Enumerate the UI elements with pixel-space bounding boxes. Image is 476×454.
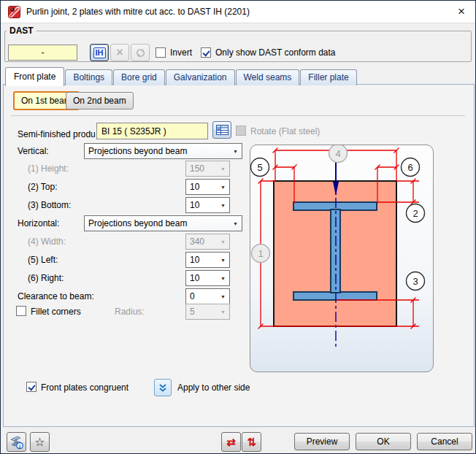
apply-to-other-side-label: Apply to other side (177, 382, 250, 393)
preview-diagram-panel: 4 5 6 1 2 (250, 145, 434, 372)
vertical-label: Vertical: (18, 146, 49, 156)
fillet-corners-label: Fillet corners (31, 307, 81, 317)
callout-4-disabled: 4 (329, 145, 348, 163)
bottom-combo[interactable]: 10 ▼ (185, 197, 230, 213)
front-plate-diagram: 4 5 6 1 2 (250, 145, 434, 372)
svg-text:3: 3 (412, 276, 418, 287)
horizontal-label: Horizontal: (18, 218, 59, 228)
width-combo[interactable]: 340 ▼ (185, 234, 230, 250)
dropdown-arrow-icon: ▼ (217, 309, 229, 315)
dropdown-arrow-icon: ▼ (217, 294, 229, 299)
favorites-button[interactable]: ☆ (30, 432, 50, 452)
dropdown-arrow-icon: ▼ (217, 258, 229, 263)
clearance-label: Clearance to beam: (18, 291, 94, 301)
svg-text:1: 1 (258, 248, 263, 259)
radius-label: Radius: (115, 307, 145, 317)
callout-2: 2 (407, 204, 425, 223)
profile-select-button[interactable]: IH (90, 44, 109, 61)
refresh-icon (135, 47, 146, 58)
tab-front-plate[interactable]: Front plate (5, 67, 64, 86)
tab-bore-grid[interactable]: Bore grid (113, 69, 165, 85)
ok-button[interactable]: OK (356, 433, 411, 450)
conform-label: Only show DAST conform data (215, 47, 336, 58)
separator (11, 115, 465, 116)
close-icon[interactable]: × (450, 3, 472, 20)
dropdown-arrow-icon: ▼ (217, 166, 229, 172)
beam-info-button[interactable]: i (7, 432, 26, 452)
tab-weld-seams[interactable]: Weld seams (236, 69, 300, 85)
dast-legend: DAST (7, 26, 37, 36)
width-label: (4) Width: (28, 236, 66, 247)
catalog-button[interactable] (212, 121, 231, 139)
title-bar: Purlin joint, 2 plates with mitre cut ac… (1, 1, 475, 23)
invert-checkbox[interactable] (156, 47, 166, 58)
left-combo[interactable]: 10 ▼ (185, 252, 230, 268)
rotate-label: Rotate (Flat steel) (250, 126, 320, 136)
svg-text:6: 6 (407, 162, 412, 173)
front-plates-congruent-checkbox[interactable] (26, 382, 37, 392)
swap-horizontal-icon: ⇄ (226, 436, 236, 447)
invert-label: Invert (170, 47, 192, 58)
right-label: (6) Right: (28, 273, 64, 283)
radius-combo[interactable]: 5 ▼ (185, 304, 230, 320)
dialog-window: Purlin joint, 2 plates with mitre cut ac… (0, 0, 476, 454)
rotate-checkbox[interactable] (236, 126, 246, 136)
tab-galvanization[interactable]: Galvanization (166, 69, 235, 85)
swap-vertical-icon: ⇅ (247, 436, 256, 447)
catalog-icon (216, 125, 229, 135)
fillet-corners-checkbox[interactable] (16, 306, 26, 316)
callout-6: 6 (402, 158, 420, 177)
semi-finished-field[interactable]: BI 15 ( S235JR ) (96, 123, 208, 139)
preview-button[interactable]: Preview (294, 433, 350, 450)
apply-to-other-side-button[interactable] (154, 379, 172, 396)
svg-text:2: 2 (412, 208, 418, 219)
swap-vertical-button[interactable]: ⇅ (242, 432, 261, 452)
vertical-dropdown[interactable]: Projections beyond beam ▼ (84, 143, 242, 159)
left-label: (5) Left: (28, 255, 58, 265)
window-title: Purlin joint, 2 plates with mitre cut ac… (26, 7, 450, 17)
dropdown-arrow-icon: ▼ (217, 203, 229, 208)
height-label: (1) Height: (28, 163, 69, 174)
height-combo[interactable]: 150 ▼ (185, 161, 230, 177)
on-2nd-beam-button[interactable]: On 2nd beam (66, 92, 134, 109)
clearance-combo[interactable]: 0 ▼ (185, 288, 230, 304)
callout-3: 3 (407, 272, 425, 291)
dropdown-arrow-icon: ▼ (229, 221, 242, 226)
swap-horizontal-button[interactable]: ⇄ (221, 432, 241, 452)
cancel-button[interactable]: Cancel (417, 433, 472, 450)
double-chevron-down-icon (158, 382, 168, 393)
top-combo[interactable]: 10 ▼ (185, 179, 230, 195)
favorite-star-icon: ☆ (34, 436, 45, 448)
tab-boltings[interactable]: Boltings (65, 69, 112, 85)
tab-content: On 1st beam On 2nd beam Semi-finished pr… (3, 84, 475, 427)
tab-strip: Front plate Boltings Bore grid Galvaniza… (5, 67, 358, 85)
dropdown-arrow-icon: ▼ (217, 239, 229, 245)
profile-select-icon: IH (93, 47, 106, 58)
svg-text:5: 5 (257, 162, 262, 173)
conform-checkbox[interactable] (201, 47, 211, 58)
dropdown-arrow-icon: ▼ (217, 185, 229, 190)
bottom-label: (3) Bottom: (28, 200, 71, 210)
dast-group: DAST - IH × Invert Only show DAST confor… (4, 26, 472, 62)
delete-icon: × (116, 47, 123, 58)
front-plates-congruent-label: Front plates congruent (41, 382, 128, 393)
beam-info-icon: i (9, 435, 24, 450)
semi-finished-label: Semi-finished product: (18, 129, 96, 139)
dropdown-arrow-icon: ▼ (229, 149, 242, 154)
right-combo[interactable]: 10 ▼ (185, 270, 230, 286)
tab-filler-plate[interactable]: Filler plate (300, 69, 356, 85)
horizontal-dropdown[interactable]: Projections beyond beam ▼ (84, 215, 242, 231)
callout-1-disabled: 1 (252, 245, 270, 263)
app-icon (8, 6, 20, 18)
dropdown-arrow-icon: ▼ (217, 276, 229, 281)
top-label: (2) Top: (28, 182, 57, 192)
svg-text:4: 4 (335, 148, 340, 159)
callout-5: 5 (251, 158, 269, 177)
refresh-button[interactable] (131, 44, 150, 61)
delete-button[interactable]: × (110, 44, 129, 61)
dast-value-field[interactable]: - (8, 45, 77, 61)
